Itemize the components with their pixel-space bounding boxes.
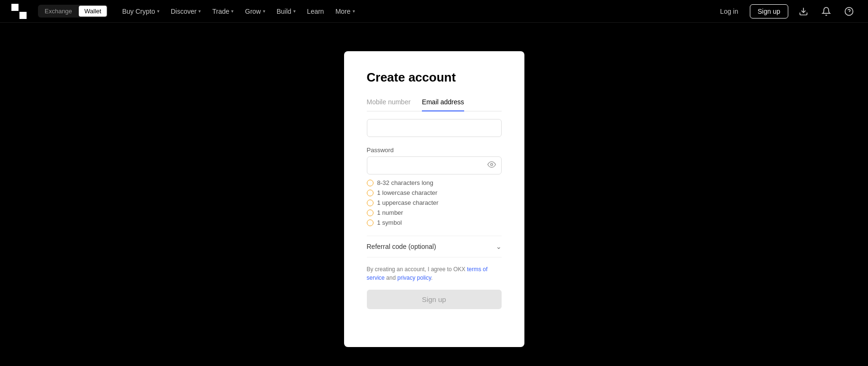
- referral-label: Referral code (optional): [367, 243, 436, 250]
- hint-uppercase: 1 uppercase character: [367, 199, 502, 206]
- referral-section[interactable]: Referral code (optional) ⌄: [367, 236, 502, 257]
- tab-group: Mobile number Email address: [367, 98, 502, 111]
- download-icon[interactable]: [796, 4, 811, 19]
- hint-symbol: 1 symbol: [367, 219, 502, 226]
- nav-item-more[interactable]: More ▾: [331, 5, 360, 18]
- login-button[interactable]: Log in: [716, 5, 742, 18]
- help-icon[interactable]: [841, 4, 857, 19]
- logo[interactable]: [11, 4, 27, 19]
- nav-items: Buy Crypto ▾ Discover ▾ Trade ▾ Grow ▾ B…: [117, 5, 712, 18]
- nav-right: Log in Sign up: [716, 4, 857, 19]
- password-input[interactable]: [367, 156, 502, 174]
- chevron-down-icon: ▾: [157, 9, 159, 14]
- navbar: Exchange Wallet Buy Crypto ▾ Discover ▾ …: [0, 0, 868, 23]
- logo-cell-1: [11, 4, 19, 11]
- nav-item-build[interactable]: Build ▾: [272, 5, 300, 18]
- nav-toggle: Exchange Wallet: [38, 5, 108, 18]
- create-account-card: Create account Mobile number Email addre…: [344, 51, 524, 347]
- password-wrapper: [367, 156, 502, 174]
- hint-circle-symbol: [367, 220, 373, 226]
- nav-item-discover[interactable]: Discover ▾: [166, 5, 205, 18]
- nav-item-trade[interactable]: Trade ▾: [207, 5, 238, 18]
- hint-circle-length: [367, 180, 373, 186]
- tab-mobile[interactable]: Mobile number: [367, 98, 411, 111]
- nav-item-grow[interactable]: Grow ▾: [240, 5, 270, 18]
- hint-text-symbol: 1 symbol: [377, 219, 402, 226]
- password-label: Password: [367, 146, 502, 154]
- email-form-group: [367, 119, 502, 137]
- hint-lowercase: 1 lowercase character: [367, 189, 502, 196]
- eye-icon[interactable]: [487, 160, 496, 171]
- chevron-down-icon: ▾: [263, 9, 265, 14]
- hint-text-number: 1 number: [377, 209, 403, 216]
- hint-circle-number: [367, 210, 373, 216]
- tab-email[interactable]: Email address: [422, 98, 464, 111]
- email-input[interactable]: [367, 119, 502, 137]
- chevron-down-icon: ⌄: [496, 243, 502, 250]
- privacy-policy-link[interactable]: privacy policy: [397, 274, 431, 281]
- exchange-toggle-btn[interactable]: Exchange: [39, 6, 78, 17]
- nav-item-learn[interactable]: Learn: [302, 5, 329, 18]
- chevron-down-icon: ▾: [198, 9, 201, 14]
- hint-length: 8-32 characters long: [367, 179, 502, 186]
- logo-cell-3: [11, 12, 19, 19]
- wallet-toggle-btn[interactable]: Wallet: [79, 6, 107, 17]
- chevron-down-icon: ▾: [231, 9, 233, 14]
- signup-nav-button[interactable]: Sign up: [750, 4, 788, 18]
- hint-circle-uppercase: [367, 200, 373, 206]
- logo-cell-4: [19, 12, 27, 19]
- page-title: Create account: [367, 70, 502, 85]
- chevron-down-icon: ▾: [353, 9, 355, 14]
- chevron-down-icon: ▾: [293, 9, 296, 14]
- hint-text-length: 8-32 characters long: [377, 179, 434, 186]
- terms-text: By creating an account, I agree to OKX t…: [367, 265, 502, 282]
- bell-icon[interactable]: [819, 4, 834, 19]
- logo-cell-2: [19, 4, 27, 11]
- password-hints: 8-32 characters long 1 lowercase charact…: [367, 179, 502, 226]
- nav-item-buy-crypto[interactable]: Buy Crypto ▾: [117, 5, 164, 18]
- create-account-button[interactable]: Sign up: [367, 290, 502, 309]
- hint-text-lowercase: 1 lowercase character: [377, 189, 438, 196]
- svg-point-3: [490, 164, 493, 166]
- hint-text-uppercase: 1 uppercase character: [377, 199, 439, 206]
- main-content: Create account Mobile number Email addre…: [0, 23, 868, 366]
- hint-number: 1 number: [367, 209, 502, 216]
- password-form-group: Password 8-32 characters long 1 lo: [367, 146, 502, 226]
- logo-grid: [11, 4, 27, 19]
- hint-circle-lowercase: [367, 190, 373, 196]
